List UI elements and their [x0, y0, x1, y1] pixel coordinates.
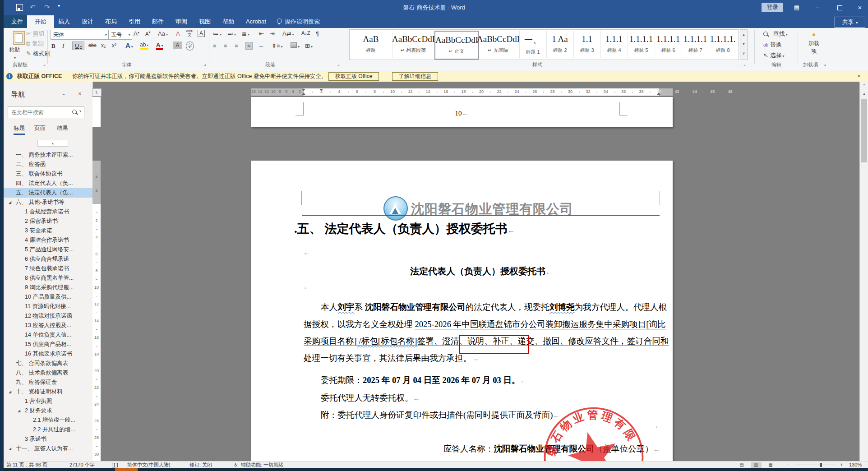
minimize-icon[interactable]: – [811, 3, 824, 13]
clipboard-dialog-launcher-icon[interactable]: ⌟ [43, 61, 46, 66]
nav-heading-item[interactable]: 2.2 开具过的增... [4, 425, 92, 434]
styles-gallery-scroll[interactable]: ▴▾⊽ [740, 29, 748, 60]
font-size-combo[interactable]: 五号▾ [108, 30, 132, 40]
tab-home[interactable]: 开始 [27, 15, 54, 28]
nav-heading-item[interactable]: 1 合规经营承诺书 [4, 207, 92, 217]
style-item[interactable]: 1.1.1标题 4 [600, 31, 628, 58]
scroll-up-icon[interactable]: ▲ [860, 90, 868, 98]
grow-font-button[interactable]: A▴ [134, 30, 139, 37]
nav-heading-item[interactable]: 9 询比采购代理服... [4, 283, 92, 292]
format-painter-button[interactable]: ✎ 格式刷 [26, 50, 51, 58]
nav-heading-item[interactable]: 10 产品质量及供... [4, 292, 92, 302]
nav-heading-item[interactable]: 7 绿色包装承诺书 [4, 264, 92, 273]
add-ins-button[interactable]: ● 加载项 [806, 31, 822, 55]
replace-button[interactable]: ab 替换 [763, 41, 782, 49]
proofing-icon[interactable] [112, 463, 118, 467]
multilevel-list-button[interactable]: ≣▾ [242, 30, 249, 37]
nav-heading-item[interactable]: 九、 应答保证金 [4, 378, 92, 387]
tab-mailings[interactable]: 邮件 [144, 15, 171, 28]
document-canvas[interactable]: 10← 沈阳磐石物业管理有限公司 .五、 法定代表人（负责人）授权委托书← ← … [101, 96, 859, 461]
sort-button[interactable]: A↓Z [301, 30, 310, 36]
phonetic-guide-button[interactable]: wén文 [186, 29, 194, 37]
vertical-scrollbar[interactable]: ⌃ ▲ [859, 81, 868, 461]
style-item[interactable]: 1.1.1.1标题 7 [682, 31, 709, 58]
nav-heading-item[interactable]: 2 保密承诺书 [4, 217, 92, 226]
restore-icon[interactable] [837, 5, 842, 10]
nav-heading-item[interactable]: 五、 法定代表人（负... [4, 188, 92, 198]
tab-help[interactable]: 帮助 [215, 15, 242, 28]
copy-button[interactable]: ⧉ 复制 [26, 40, 44, 48]
learn-more-button[interactable]: 了解详细信息 [392, 72, 438, 81]
character-border-button[interactable]: A [198, 30, 205, 37]
track-changes-indicator[interactable]: 修订: 关闭 [189, 462, 212, 468]
highlight-color-button[interactable]: ab▾ [140, 42, 148, 50]
nav-heading-item[interactable]: 1 营业执照 [4, 397, 92, 406]
nav-heading-item[interactable]: 11 资源码化对接... [4, 302, 92, 311]
nav-tab-pages[interactable]: 页面 [34, 125, 46, 132]
underline-button[interactable]: U▾ [72, 42, 84, 50]
zoom-out-icon[interactable]: − [787, 462, 790, 468]
style-item[interactable]: 一、标题 1 [519, 31, 547, 58]
vertical-ruler[interactable]: 4224681012141618202224262830 [92, 88, 101, 461]
nav-heading-item[interactable]: 3 安全承诺 [4, 226, 92, 236]
zoom-level[interactable]: 130% [849, 462, 862, 468]
align-left-button[interactable]: ≡ [213, 42, 217, 49]
numbering-button[interactable]: ≕▾ [227, 30, 236, 37]
nav-tab-results[interactable]: 结果 [57, 125, 68, 132]
ribbon-display-options-icon[interactable]: ▤ [790, 3, 803, 13]
borders-button[interactable]: ⊞▾ [305, 42, 313, 49]
tab-review[interactable]: 审阅 [168, 15, 195, 28]
nav-heading-item[interactable]: ◢十、 资格证明材料 [4, 387, 92, 397]
style-item[interactable]: 1.1.1.1标题 5 [628, 31, 655, 58]
nav-heading-item[interactable]: 12 物流对接承诺函 [4, 311, 92, 321]
distribute-button[interactable]: ⇔ [258, 42, 264, 49]
nav-heading-item[interactable]: 15 供应商产品相... [4, 340, 92, 349]
style-item[interactable]: AaBbCcDdI↵ 列表段落 [392, 31, 435, 58]
collapse-triangle-icon[interactable]: ◢ [9, 444, 11, 453]
collapse-triangle-icon[interactable]: ◢ [9, 387, 11, 397]
nav-heading-item[interactable]: 二、 应答函 [4, 160, 92, 169]
clear-formatting-button[interactable]: A [176, 30, 180, 37]
tab-view[interactable]: 视图 [191, 15, 218, 28]
zoom-in-icon[interactable]: + [840, 462, 843, 468]
nav-heading-item[interactable]: 14 单位负责人信... [4, 330, 92, 340]
style-item[interactable]: 1.1标题 3 [573, 31, 601, 58]
nav-heading-item[interactable]: 一、 商务技术评审索... [4, 150, 92, 160]
nav-tab-headings[interactable]: 标题 [14, 125, 25, 135]
style-item[interactable]: 1.1.1.1标题 6 [655, 31, 682, 58]
search-icon[interactable] [72, 110, 77, 114]
text-effects-button[interactable]: A▾ [125, 42, 133, 49]
get-genuine-office-button[interactable]: 获取正版 Office [328, 72, 379, 81]
zoom-slider[interactable] [795, 465, 836, 465]
collapse-triangle-icon[interactable]: ◢ [9, 198, 11, 207]
style-item[interactable]: AaBbCcDdI↵ 正文 [434, 31, 479, 60]
accessibility-status[interactable]: 辅助功能: 一切就绪 [241, 462, 283, 468]
font-color-button[interactable]: A▾ [156, 42, 163, 50]
font-family-combo[interactable]: 宋体▾ [51, 30, 109, 40]
styles-dialog-launcher-icon[interactable]: ⌟ [743, 61, 746, 66]
horizontal-ruler[interactable]: 1614121086422468101214161820222426283032… [101, 88, 859, 96]
align-center-button[interactable]: ≡ [224, 42, 227, 49]
nav-close-icon[interactable]: × [78, 90, 82, 97]
paragraph-dialog-launcher-icon[interactable]: ⌟ [337, 61, 340, 66]
tab-selector-box[interactable]: L [92, 88, 102, 97]
nav-jump-top-button[interactable]: ▴ [37, 140, 68, 147]
select-button[interactable]: ↖ 选择▾ [763, 51, 785, 60]
style-item[interactable]: 1.1.1.1.标题 8 [709, 31, 737, 58]
nav-options-chevron-icon[interactable]: ⌄ [61, 90, 66, 97]
asian-layout-button[interactable]: A⇄▾ [282, 30, 294, 37]
increase-indent-button[interactable]: ⇥ [270, 30, 275, 37]
warning-close-icon[interactable]: × [857, 71, 860, 82]
style-item[interactable]: 1 Aa标题 2 [546, 31, 574, 58]
nav-heading-item[interactable]: 16 其他要求承诺书 [4, 349, 92, 359]
italic-button[interactable]: I [62, 42, 64, 50]
strikethrough-button[interactable]: abc [88, 42, 97, 48]
addins-dialog-launcher-icon[interactable]: ⌟ [824, 61, 826, 66]
bullets-button[interactable]: ≔▾ [213, 30, 222, 37]
tab-references[interactable]: 引用 [121, 15, 148, 28]
character-shading-button[interactable]: A [173, 42, 182, 49]
nav-heading-item[interactable]: 6 供应商合规承诺 [4, 254, 92, 264]
decrease-indent-button[interactable]: ⇤ [259, 30, 264, 37]
enclose-characters-button[interactable]: 字 [186, 42, 194, 51]
nav-heading-item[interactable]: 四、 法定代表人（负... [4, 179, 92, 188]
